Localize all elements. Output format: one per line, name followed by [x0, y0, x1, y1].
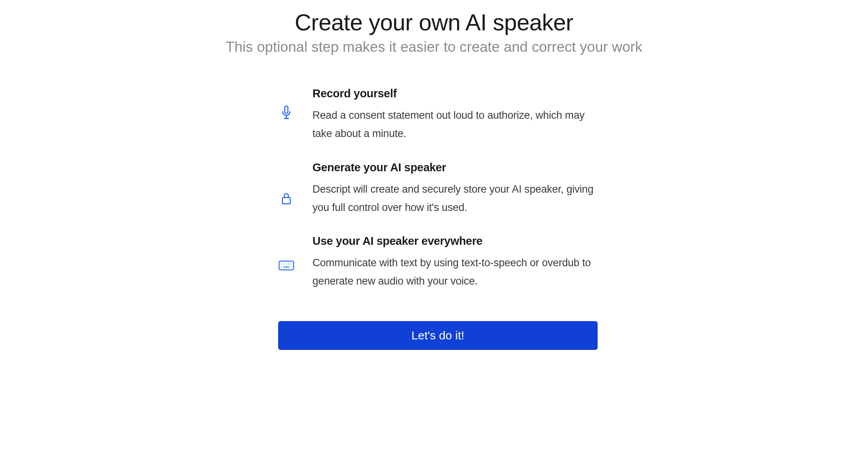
steps-list: Record yourself Read a consent statement…	[278, 87, 598, 291]
step-record: Record yourself Read a consent statement…	[278, 87, 598, 143]
step-title: Generate your AI speaker	[312, 161, 598, 174]
step-description: Descript will create and securely store …	[312, 180, 598, 217]
lock-icon	[278, 161, 295, 206]
step-generate: Generate your AI speaker Descript will c…	[278, 161, 598, 217]
svg-rect-3	[282, 197, 290, 204]
microphone-icon	[278, 87, 295, 121]
page-subtitle: This optional step makes it easier to cr…	[226, 39, 642, 55]
step-content: Use your AI speaker everywhere Communica…	[312, 235, 598, 291]
svg-rect-4	[279, 261, 294, 270]
lets-do-it-button[interactable]: Let's do it!	[278, 321, 598, 350]
step-description: Communicate with text by using text-to-s…	[312, 254, 598, 291]
step-title: Record yourself	[312, 87, 598, 100]
step-title: Use your AI speaker everywhere	[312, 235, 598, 248]
page-title: Create your own AI speaker	[295, 9, 573, 36]
step-use: Use your AI speaker everywhere Communica…	[278, 235, 598, 291]
step-content: Record yourself Read a consent statement…	[312, 87, 598, 143]
keyboard-icon	[278, 235, 295, 271]
step-description: Read a consent statement out loud to aut…	[312, 106, 598, 143]
svg-rect-0	[285, 106, 288, 113]
step-content: Generate your AI speaker Descript will c…	[312, 161, 598, 217]
